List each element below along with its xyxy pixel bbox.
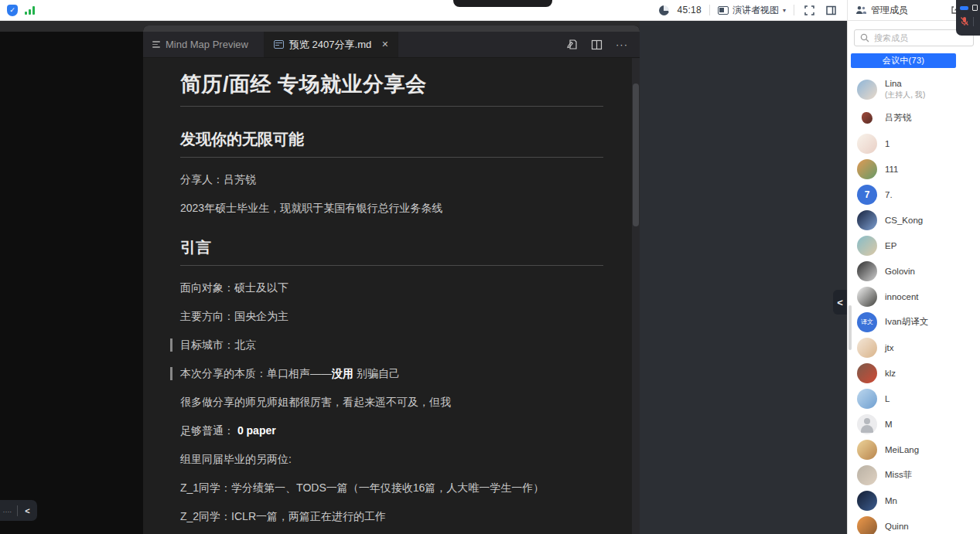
participant-avatar [857,210,877,230]
participant-row[interactable]: Lina(主持人, 我) [848,73,980,105]
doc-p: 面向对象：硕士及以下 [180,281,603,294]
participant-name: innocent [885,292,918,301]
members-sidebar: 会议中(73) Lina(主持人, 我)吕芳锐111177.CS_KongEPG… [847,21,980,534]
participant-row[interactable]: Golovin [848,258,980,284]
participant-name: 111 [885,165,898,174]
participant-avatar: 7 [857,185,877,205]
doc-title: 简历/面经 专场就业分享会 [180,70,603,107]
participant-avatar [857,465,877,485]
participant-row[interactable]: 77. [848,182,980,207]
participant-row[interactable]: 译文Ivan胡译文 [848,309,980,335]
participant-name: Golovin [885,267,915,276]
participant-avatar [857,516,877,534]
close-tab-icon[interactable]: ✕ [381,39,388,49]
screen-share-notch [453,0,552,7]
screen: ✓ 45:18 演讲者视图 ▾ [0,0,980,534]
editor-scrollbar[interactable] [632,58,640,534]
participant-row[interactable]: Mn [848,488,980,513]
security-shield-icon[interactable]: ✓ [7,5,18,16]
participant-name: Mn [885,496,897,505]
restore-window-icon[interactable] [972,5,978,11]
participant-row[interactable]: L [848,386,980,411]
fullscreen-button[interactable] [802,3,816,17]
toolbar-dots: .... [0,508,17,513]
microphone-muted-icon[interactable] [960,16,969,26]
participant-row[interactable]: klz [848,360,980,386]
editor-titlebar [143,26,640,32]
outline-icon [152,41,160,48]
doc-quote: 本次分享的本质：单口相声——没用 别骗自己 [170,367,603,380]
participant-avatar [857,159,877,179]
doc-p: 组里同届毕业的另两位: [180,453,603,466]
participant-row[interactable]: 111 [848,156,980,182]
participant-row[interactable]: MeiLang [848,437,980,462]
minimize-icon[interactable] [960,6,968,10]
participant-name: CS_Kong [885,216,923,225]
doc-h2: 引言 [180,237,603,266]
participant-avatar [857,389,877,409]
participant-name: Miss菲 [885,469,912,481]
sidebar-scrollbar-thumb[interactable] [849,305,852,350]
participant-row[interactable]: Quinn [848,513,980,534]
layout-view-icon [718,6,729,15]
open-source-icon[interactable] [566,39,578,50]
participant-avatar [857,236,877,256]
floating-meeting-window[interactable] [956,0,980,36]
timer-icon [659,5,669,15]
divider [973,17,974,26]
markdown-preview-icon [274,40,284,49]
participant-avatar [857,80,877,100]
doc-h2: 发现你的无限可能 [180,129,603,158]
participant-list: Lina(主持人, 我)吕芳锐111177.CS_KongEPGolovinin… [848,73,980,534]
topbar-status-group: ✓ [0,5,35,16]
network-signal-icon[interactable] [25,6,35,15]
chevron-down-icon: ▾ [783,7,786,14]
scrollbar-thumb[interactable] [633,83,639,226]
participant-name: EP [885,241,896,250]
collapse-toolbar-icon[interactable]: < [18,506,37,515]
sidebar-collapse-handle[interactable]: < [833,290,847,315]
editor-tabbar: Mind Map Preview 预览 2407分享.md ✕ ··· [143,32,640,58]
participant-row[interactable]: EP [848,233,980,258]
doc-p: Z_1同学：学分绩第一、TODS一篇（一年仅接收16篇，人大唯一学生一作） [180,481,603,495]
doc-p: 分享人：吕芳锐 [180,173,603,186]
fullscreen-icon [804,5,814,15]
participant-name: 吕芳锐 [885,112,912,124]
participant-row[interactable]: jtx [848,335,980,360]
stage-background [640,21,847,534]
tab-label: 预览 2407分享.md [289,38,371,52]
more-actions-icon[interactable]: ··· [616,39,628,50]
view-mode-dropdown[interactable]: 演讲者视图 ▾ [718,4,786,17]
participant-row[interactable]: innocent [848,284,980,309]
participant-row[interactable]: 1 [848,131,980,156]
divider [709,5,710,15]
tab-mind-map-preview[interactable]: Mind Map Preview [143,32,265,57]
participant-avatar [857,134,877,154]
view-mode-label: 演讲者视图 [732,4,779,17]
participant-avatar [857,363,877,383]
participant-row[interactable]: Miss菲 [848,462,980,488]
in-meeting-tab[interactable]: 会议中(73) [851,53,956,68]
panel-layout-icon [826,5,836,15]
participant-name: 1 [885,139,890,148]
participant-name: M [885,420,893,429]
split-editor-icon[interactable] [591,39,603,50]
participant-name: L [885,394,890,403]
participant-row[interactable]: CS_Kong [848,207,980,233]
doc-p: Z_2同学：ICLR一篇，两篇正在进行的工作 [180,510,603,523]
panel-layout-button[interactable] [824,3,838,17]
doc-p: 很多做分享的师兄师姐都很厉害，看起来遥不可及，但我 [180,396,603,409]
participant-name: Ivan胡译文 [885,316,928,328]
collapsed-toolbar[interactable]: .... < [0,500,37,521]
search-input[interactable] [874,33,959,43]
participant-avatar [862,112,872,124]
editor-actions: ··· [566,32,640,57]
manage-members-label[interactable]: 管理成员 [871,4,908,17]
participant-avatar [857,338,877,358]
participant-avatar [857,261,877,281]
participant-row[interactable]: M [848,411,980,437]
doc-p: 主要方向：国央企为主 [180,310,603,323]
participant-row[interactable]: 吕芳锐 [848,105,980,131]
participant-name: klz [885,369,896,378]
tab-markdown-preview[interactable]: 预览 2407分享.md ✕ [265,32,398,57]
